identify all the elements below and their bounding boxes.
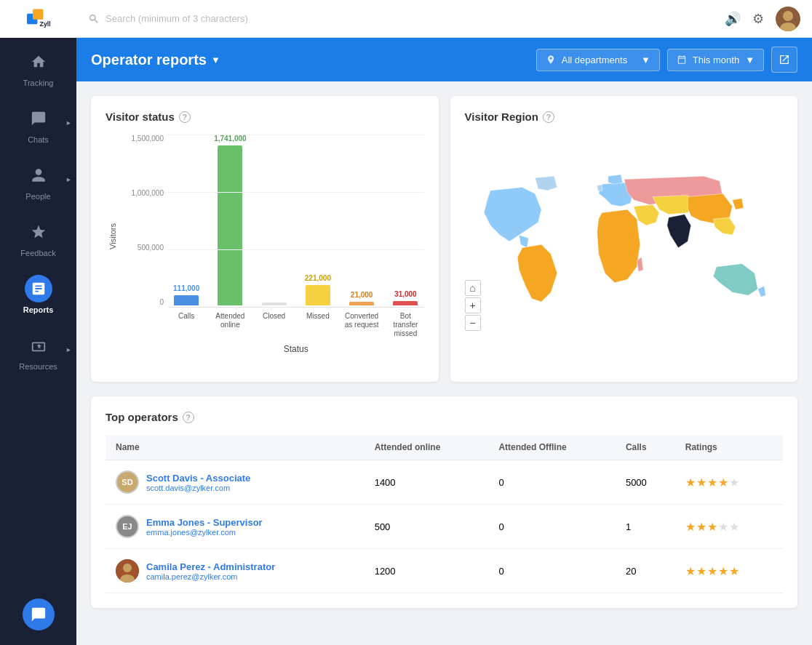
operator-avatar: EJ [116,515,139,538]
sidebar-item-label: People [25,192,50,201]
search-wrap: Search (minimum of 3 characters) [88,13,716,25]
visitor-status-title: Visitor status ? [106,111,424,123]
sidebar-item-reports[interactable]: Reports [0,265,76,321]
operator-rating: ★★★★★ [675,505,783,549]
operator-email: camila.perez@zylker.com [146,572,275,581]
sidebar-item-label: Chats [28,135,49,144]
help-icon[interactable]: ? [183,412,194,423]
sidebar-item-label: Tracking [23,79,54,87]
search-icon [88,13,100,25]
page-header: Operator reports ▼ All departments ▼ Thi… [76,38,812,81]
map-zoom-in-button[interactable]: + [465,297,481,313]
operator-avatar [116,559,139,582]
svg-rect-1 [33,9,43,19]
visitor-region-title: Visitor Region ? [465,111,784,123]
help-icon[interactable]: ? [543,111,554,123]
y-tick: 0 [159,298,164,306]
operator-rating: ★★★★★ [675,460,783,505]
col-name: Name [106,435,365,460]
help-icon[interactable]: ? [179,111,191,123]
user-avatar[interactable] [776,7,800,31]
svg-text:Zylker: Zylker [39,20,49,28]
y-tick: 500,000 [138,244,164,252]
col-ratings: Ratings [675,435,783,460]
operator-attended-online: 1200 [365,549,489,593]
live-chat-button[interactable] [23,598,55,630]
main-area: Search (minimum of 3 characters) 🔊 ⚙ Ope… [76,0,812,645]
logo: Zylker [0,0,76,38]
bar-missed: 221,000 [300,274,336,305]
sidebar: Zylker Tracking Chats ► People ► Feedbac… [0,0,76,645]
dropdown-chevron: ▼ [745,55,755,65]
col-attended-online: Attended online [365,435,489,460]
volume-icon[interactable]: 🔊 [725,11,741,27]
operator-attended-online: 1400 [365,460,489,505]
map-zoom-out-button[interactable]: − [465,315,481,331]
bar-converted: 21,000 [343,291,380,305]
visitor-status-card: Visitor status ? Visitors 1,500,000 1,00… [91,96,439,382]
table-row: Camila Perez - Administrator camila.pere… [106,549,783,593]
settings-icon[interactable]: ⚙ [752,11,764,27]
sidebar-item-feedback[interactable]: Feedback [0,208,76,265]
operator-name: Emma Jones - Supervisor [146,517,263,528]
sidebar-item-people[interactable]: People ► [0,151,76,208]
charts-row: Visitor status ? Visitors 1,500,000 1,00… [91,96,797,382]
chevron-right-icon: ► [65,119,72,127]
bar-bot-missed: 31,000 [387,290,423,305]
svg-point-7 [123,564,132,572]
sidebar-item-tracking[interactable]: Tracking [0,38,76,95]
operator-attended-offline: 0 [488,549,616,593]
operator-email: emma.jones@zylker.com [146,528,263,537]
y-tick: 1,000,000 [132,189,164,197]
operator-email: scott.davis@zylker.com [146,484,250,492]
top-operators-title: Top operators ? [106,411,783,423]
sidebar-item-label: Resources [19,362,57,371]
world-map [465,156,784,345]
bar-attended-online: 1,741,000 [212,135,248,305]
header-controls: All departments ▼ This month ▼ [536,47,797,73]
col-attended-offline: Attended Offline [488,435,616,460]
top-operators-card: Top operators ? Name Attended online Att… [91,396,797,608]
sidebar-item-label: Feedback [20,249,55,257]
map-home-button[interactable]: ⌂ [465,280,481,296]
chevron-right-icon: ► [65,346,72,353]
page-title: Operator reports ▼ [91,52,220,68]
svg-point-4 [783,11,793,21]
operator-attended-offline: 0 [488,505,616,549]
y-tick: 1,500,000 [132,135,164,143]
map-container: ⌂ + − [465,135,784,367]
topbar-icons: 🔊 ⚙ [725,7,800,31]
dropdown-chevron: ▼ [641,55,650,65]
operator-name: Camila Perez - Administrator [146,561,275,572]
operator-calls: 1 [616,505,675,549]
bar-closed [256,300,292,305]
operator-attended-online: 500 [365,505,489,549]
operator-avatar: SD [116,470,139,494]
col-calls: Calls [616,435,675,460]
search-placeholder: Search (minimum of 3 characters) [106,13,248,24]
visitor-region-card: Visitor Region ? [450,96,798,382]
table-row: SD Scott Davis - Associate scott.davis@z… [106,460,783,505]
export-button[interactable] [771,47,797,73]
operator-calls: 5000 [616,460,675,505]
operator-calls: 20 [616,549,675,593]
title-dropdown-icon[interactable]: ▼ [211,55,220,65]
operator-name-cell: EJ Emma Jones - Supervisor emma.jones@zy… [116,515,354,538]
operator-rating: ★★★★★ [675,549,783,593]
topbar: Search (minimum of 3 characters) 🔊 ⚙ [76,0,812,38]
operator-name: Scott Davis - Associate [146,473,250,484]
sidebar-item-chats[interactable]: Chats ► [0,95,76,151]
sidebar-item-label: Reports [23,305,54,314]
content-area: Visitor status ? Visitors 1,500,000 1,00… [76,81,812,645]
operator-name-cell: SD Scott Davis - Associate scott.davis@z… [116,470,354,494]
table-row: EJ Emma Jones - Supervisor emma.jones@zy… [106,505,783,549]
operator-name-cell: Camila Perez - Administrator camila.pere… [116,559,354,582]
bar-calls: 111,000 [168,284,204,305]
chevron-right-icon: ► [65,176,72,183]
y-axis-label: Visitors [106,223,117,249]
map-controls: ⌂ + − [465,280,481,331]
x-axis-label: Status [168,344,424,354]
department-dropdown[interactable]: All departments ▼ [536,49,660,71]
sidebar-item-resources[interactable]: Resources ► [0,321,76,378]
time-dropdown[interactable]: This month ▼ [667,49,764,71]
